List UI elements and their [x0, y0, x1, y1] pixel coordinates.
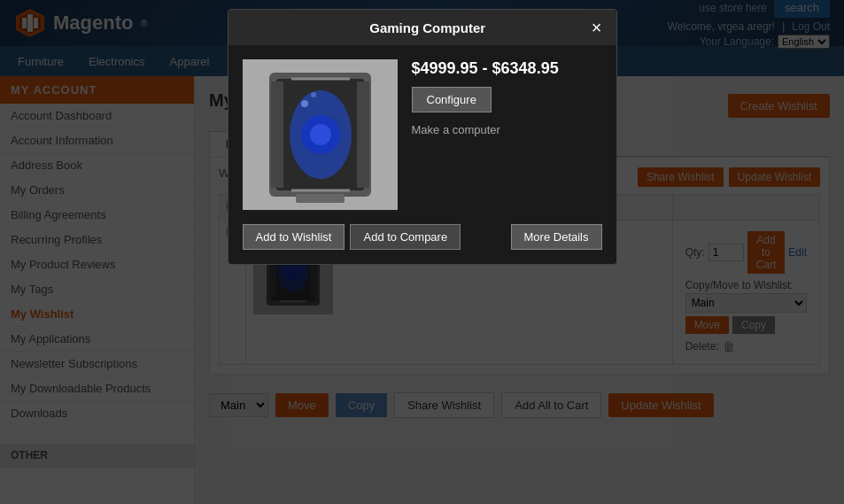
modal-body: $4999.95 - $6348.95 Configure Make a com… — [228, 45, 616, 224]
modal-configure-button[interactable]: Configure — [412, 87, 492, 112]
modal-price: $4999.95 - $6348.95 — [412, 59, 602, 78]
modal-close-button[interactable]: × — [592, 19, 602, 36]
svg-rect-24 — [296, 194, 345, 203]
modal-actions: Add to Wishlist Add to Compare More Deta… — [228, 224, 616, 264]
modal-add-compare-button[interactable]: Add to Compare — [350, 224, 461, 250]
svg-rect-18 — [271, 81, 283, 188]
modal-info: $4999.95 - $6348.95 Configure Make a com… — [412, 59, 602, 210]
svg-point-26 — [311, 92, 316, 97]
modal-header: Gaming Computer × — [228, 10, 616, 45]
product-modal: Gaming Computer × — [228, 9, 617, 265]
modal-subtitle: Make a computer — [412, 123, 602, 136]
modal-title: Gaming Computer — [264, 20, 592, 35]
svg-point-21 — [310, 124, 331, 145]
modal-gaming-computer-image — [243, 59, 398, 210]
modal-add-wishlist-button[interactable]: Add to Wishlist — [243, 224, 345, 250]
modal-more-details-button[interactable]: More Details — [511, 224, 602, 250]
modal-product-image — [243, 59, 398, 210]
svg-point-25 — [301, 100, 308, 107]
svg-rect-19 — [357, 81, 369, 188]
modal-overlay: Gaming Computer × — [0, 0, 844, 504]
